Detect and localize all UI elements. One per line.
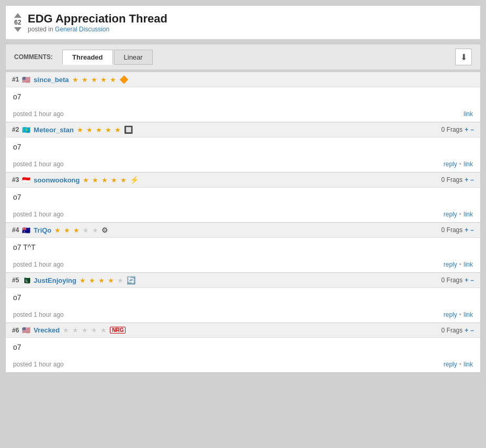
username[interactable]: JustEnjoying (33, 277, 76, 284)
comment-header: #4 🇦🇺 TriQo ★★★★★ ⚙ 0 Frags + – (6, 223, 480, 238)
star-icon: ★ (64, 226, 70, 234)
comment-number: #2 (12, 126, 19, 133)
vote-count: 62 (14, 19, 21, 26)
frag-label: 0 Frags (442, 176, 463, 183)
comment-link[interactable]: link (464, 261, 473, 268)
reply-link[interactable]: reply (444, 261, 457, 268)
frag-controls: 0 Frags + – (442, 126, 474, 133)
username[interactable]: Meteor_stan (33, 126, 74, 134)
download-icon: ⬇ (460, 52, 467, 62)
frag-minus-button[interactable]: – (470, 126, 474, 133)
posted-time: posted 1 hour ago (13, 261, 64, 268)
comment-body: o7 T^T (6, 238, 480, 259)
forum-link[interactable]: General Discussion (55, 26, 109, 33)
username[interactable]: Vrecked (33, 326, 60, 334)
comment-footer: posted 1 hour ago reply • link (6, 158, 480, 172)
download-button[interactable]: ⬇ (455, 49, 472, 65)
team-icon: ⚙ (101, 226, 108, 234)
frag-minus-button[interactable]: – (470, 226, 474, 234)
frag-controls: 0 Frags + – (442, 226, 474, 234)
footer-links: reply • link (444, 261, 473, 268)
comment-number: #3 (12, 176, 19, 183)
comment-header: #6 🇺🇸 Vrecked ★★★★★ NRG 0 Frags + – (6, 323, 480, 338)
frag-label: 0 Frags (442, 277, 463, 284)
star-icon: ★ (115, 126, 121, 134)
username[interactable]: TriQo (33, 226, 51, 234)
comment-number: #1 (12, 76, 19, 83)
flag-icon: 🇵🇰 (22, 277, 30, 284)
vote-controls[interactable]: 62 (14, 13, 21, 32)
comment-header-left: #5 🇵🇰 JustEnjoying ★★★★★ 🔄 (12, 276, 135, 284)
posted-time: posted 1 hour ago (13, 311, 64, 318)
comment-block: #6 🇺🇸 Vrecked ★★★★★ NRG 0 Frags + – o7 p… (5, 323, 481, 373)
flag-icon: 🇦🇺 (22, 226, 30, 234)
frag-controls: 0 Frags + – (442, 277, 474, 284)
comment-header-left: #3 🇮🇩 soonwookong ★★★★★ ⚡ (12, 176, 139, 184)
frag-controls: 0 Frags + – (442, 327, 474, 334)
reply-link[interactable]: reply (444, 160, 457, 168)
comment-link[interactable]: link (464, 160, 473, 168)
comment-block: #1 🇺🇸 since_beta ★★★★★ 🔶 o7 posted 1 hou… (5, 72, 481, 122)
username[interactable]: since_beta (33, 76, 69, 84)
star-icon: ★ (72, 76, 78, 84)
comment-block: #2 🇰🇿 Meteor_stan ★★★★★ 🔲 0 Frags + – o7… (5, 122, 481, 173)
comment-footer: posted 1 hour ago reply • link (6, 259, 480, 272)
vote-down-arrow[interactable] (14, 27, 21, 32)
tab-linear[interactable]: Linear (114, 50, 153, 65)
footer-links: link (464, 110, 473, 118)
frag-minus-button[interactable]: – (470, 277, 474, 284)
comment-footer: posted 1 hour ago reply • link (6, 359, 480, 372)
star-icon: ★ (83, 226, 89, 234)
frag-plus-button[interactable]: + (465, 277, 468, 284)
star-icon: ★ (98, 277, 105, 284)
team-icon: 🔄 (127, 276, 135, 284)
team-icon: ⚡ (130, 176, 139, 184)
comment-link[interactable]: link (464, 211, 473, 218)
reply-link[interactable]: reply (444, 361, 457, 368)
star-icon: ★ (96, 126, 102, 134)
footer-links: reply • link (444, 211, 473, 218)
comment-header-left: #1 🇺🇸 since_beta ★★★★★ 🔶 (12, 75, 128, 84)
star-icon: ★ (82, 326, 88, 334)
frag-minus-button[interactable]: – (470, 176, 474, 183)
comment-link[interactable]: link (464, 361, 473, 368)
star-icon: ★ (54, 226, 61, 234)
comments-container: #1 🇺🇸 since_beta ★★★★★ 🔶 o7 posted 1 hou… (5, 72, 481, 373)
posted-time: posted 1 hour ago (13, 361, 64, 368)
star-icon: ★ (91, 326, 97, 334)
comment-body: o7 (6, 137, 480, 158)
flag-icon: 🇰🇿 (22, 126, 30, 134)
frag-plus-button[interactable]: + (465, 226, 468, 234)
thread-title: EDG Appreciation Thread (28, 12, 167, 26)
thread-header: 62 EDG Appreciation Thread posted in Gen… (5, 5, 481, 40)
comment-header: #2 🇰🇿 Meteor_stan ★★★★★ 🔲 0 Frags + – (6, 122, 480, 137)
star-icon: ★ (86, 126, 93, 134)
comment-header: #1 🇺🇸 since_beta ★★★★★ 🔶 (6, 72, 480, 87)
comment-link[interactable]: link (464, 311, 473, 318)
comments-bar: COMMENTS: Threaded Linear ⬇ (5, 44, 481, 70)
reply-link[interactable]: reply (444, 211, 457, 218)
footer-links: reply • link (444, 311, 473, 318)
tab-threaded[interactable]: Threaded (62, 50, 113, 65)
comment-body: o7 (6, 338, 480, 359)
frag-minus-button[interactable]: – (470, 327, 474, 334)
frag-plus-button[interactable]: + (465, 327, 468, 334)
frag-label: 0 Frags (442, 126, 463, 133)
username[interactable]: soonwookong (33, 176, 80, 184)
thread-title-area: EDG Appreciation Thread posted in Genera… (28, 12, 167, 33)
team-icon: 🔲 (124, 125, 133, 134)
tab-group: Threaded Linear (62, 50, 153, 65)
star-icon: ★ (111, 176, 117, 184)
vote-up-arrow[interactable] (14, 13, 21, 18)
comment-block: #4 🇦🇺 TriQo ★★★★★ ⚙ 0 Frags + – o7 T^T p… (5, 223, 481, 273)
frag-controls: 0 Frags + – (442, 176, 474, 183)
comment-link[interactable]: link (464, 110, 473, 118)
reply-link[interactable]: reply (444, 311, 457, 318)
star-icon: ★ (63, 326, 69, 334)
frag-plus-button[interactable]: + (465, 126, 468, 133)
team-badge: NRG (110, 327, 126, 334)
posted-time: posted 1 hour ago (13, 211, 64, 218)
star-icon: ★ (72, 326, 78, 334)
frag-plus-button[interactable]: + (465, 176, 468, 183)
comment-header: #3 🇮🇩 soonwookong ★★★★★ ⚡ 0 Frags + – (6, 173, 480, 188)
